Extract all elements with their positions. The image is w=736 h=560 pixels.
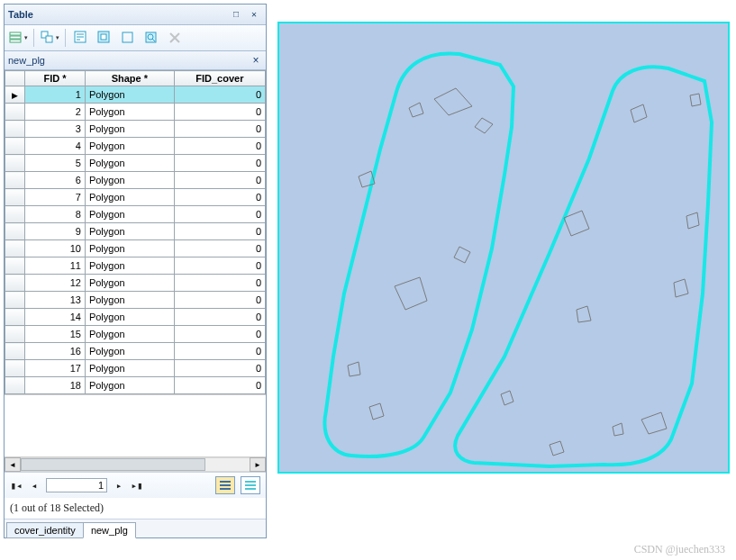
table-row[interactable]: 6Polygon0 <box>5 172 266 189</box>
horizontal-scrollbar[interactable]: ◄ ► <box>5 456 266 472</box>
cell-fid[interactable]: 12 <box>25 275 86 292</box>
cell-fid[interactable]: 3 <box>25 121 86 138</box>
table-row[interactable]: 10Polygon0 <box>5 240 266 257</box>
table-row[interactable]: 11Polygon0 <box>5 257 266 275</box>
table-row[interactable]: 14Polygon0 <box>5 309 266 326</box>
table-row[interactable]: 8Polygon0 <box>5 206 266 223</box>
table-row[interactable]: 12Polygon0 <box>5 275 266 292</box>
tab-cover-identity[interactable]: cover_identity <box>6 522 84 538</box>
table-row[interactable]: 4Polygon0 <box>5 138 266 155</box>
col-header-cover[interactable]: FID_cover <box>174 71 265 86</box>
cell-cover[interactable]: 0 <box>174 275 265 292</box>
cell-shape[interactable]: Polygon <box>85 138 174 155</box>
table-row[interactable]: 17Polygon0 <box>5 360 266 377</box>
cell-shape[interactable]: Polygon <box>85 155 174 172</box>
row-selector[interactable] <box>5 172 25 189</box>
clear-selection-button[interactable] <box>118 28 138 48</box>
cell-shape[interactable]: Polygon <box>85 326 174 343</box>
cell-shape[interactable]: Polygon <box>85 206 174 223</box>
cell-fid[interactable]: 13 <box>25 292 86 309</box>
row-selector[interactable] <box>5 206 25 223</box>
cell-shape[interactable]: Polygon <box>85 275 174 292</box>
cell-cover[interactable]: 0 <box>174 292 265 309</box>
cell-shape[interactable]: Polygon <box>85 309 174 326</box>
row-selector[interactable] <box>5 189 25 206</box>
cell-fid[interactable]: 1 <box>25 86 86 104</box>
attribute-grid[interactable]: FID * Shape * FID_cover ▶1Polygon02Polyg… <box>5 70 266 395</box>
cell-shape[interactable]: Polygon <box>85 343 174 360</box>
row-selector[interactable] <box>5 240 25 257</box>
row-selector[interactable] <box>5 309 25 326</box>
cell-fid[interactable]: 8 <box>25 206 86 223</box>
row-selector[interactable] <box>5 326 25 343</box>
table-row[interactable]: 7Polygon0 <box>5 189 266 206</box>
cell-shape[interactable]: Polygon <box>85 257 174 275</box>
cell-cover[interactable]: 0 <box>174 86 265 104</box>
cell-cover[interactable]: 0 <box>174 121 265 138</box>
tab-close-icon[interactable]: × <box>250 54 262 67</box>
cell-cover[interactable]: 0 <box>174 155 265 172</box>
current-record-input[interactable] <box>46 478 107 492</box>
first-record-button[interactable]: ▮◂ <box>10 479 23 492</box>
prev-record-button[interactable]: ◂ <box>28 479 41 492</box>
next-record-button[interactable]: ▸ <box>113 479 125 492</box>
table-row[interactable]: 2Polygon0 <box>5 104 266 121</box>
row-selector[interactable] <box>5 360 25 377</box>
cell-fid[interactable]: 16 <box>25 343 86 360</box>
cell-cover[interactable]: 0 <box>174 189 265 206</box>
row-selector[interactable] <box>5 223 25 240</box>
cell-cover[interactable]: 0 <box>174 326 265 343</box>
table-row[interactable]: 15Polygon0 <box>5 326 266 343</box>
close-icon[interactable]: ✕ <box>246 7 262 22</box>
row-selector[interactable] <box>5 138 25 155</box>
row-selector[interactable] <box>5 377 25 394</box>
table-row[interactable]: ▶1Polygon0 <box>5 86 266 104</box>
cell-fid[interactable]: 18 <box>25 377 86 394</box>
cell-cover[interactable]: 0 <box>174 309 265 326</box>
row-selector[interactable] <box>5 104 25 121</box>
cell-shape[interactable]: Polygon <box>85 223 174 240</box>
cell-shape[interactable]: Polygon <box>85 121 174 138</box>
row-selector[interactable] <box>5 275 25 292</box>
last-record-button[interactable]: ▸▮ <box>131 479 143 492</box>
cell-cover[interactable]: 0 <box>174 104 265 121</box>
scroll-thumb[interactable] <box>21 458 205 471</box>
cell-shape[interactable]: Polygon <box>85 86 174 104</box>
table-row[interactable]: 3Polygon0 <box>5 121 266 138</box>
scroll-track[interactable] <box>21 457 250 472</box>
cell-cover[interactable]: 0 <box>174 206 265 223</box>
related-tables-button[interactable]: ▾ <box>40 28 59 48</box>
row-selector[interactable] <box>5 121 25 138</box>
cell-shape[interactable]: Polygon <box>85 104 174 121</box>
cell-fid[interactable]: 14 <box>25 309 86 326</box>
cell-shape[interactable]: Polygon <box>85 360 174 377</box>
cell-fid[interactable]: 11 <box>25 257 86 275</box>
tab-new-plg[interactable]: new_plg <box>83 522 136 538</box>
cell-cover[interactable]: 0 <box>174 343 265 360</box>
cell-fid[interactable]: 4 <box>25 138 86 155</box>
select-by-attributes-button[interactable] <box>71 28 91 48</box>
map-view[interactable] <box>277 22 730 474</box>
zoom-selected-button[interactable] <box>141 28 161 48</box>
cell-cover[interactable]: 0 <box>174 360 265 377</box>
cell-fid[interactable]: 2 <box>25 104 86 121</box>
col-header-fid[interactable]: FID * <box>25 71 86 86</box>
show-all-button[interactable] <box>215 476 235 494</box>
cell-fid[interactable]: 7 <box>25 189 86 206</box>
table-options-button[interactable]: ▾ <box>8 28 28 48</box>
cell-shape[interactable]: Polygon <box>85 240 174 257</box>
row-selector[interactable] <box>5 292 25 309</box>
table-row[interactable]: 13Polygon0 <box>5 292 266 309</box>
row-selector[interactable]: ▶ <box>5 86 25 104</box>
table-row[interactable]: 16Polygon0 <box>5 343 266 360</box>
table-row[interactable]: 18Polygon0 <box>5 377 266 394</box>
row-selector[interactable] <box>5 155 25 172</box>
cell-fid[interactable]: 5 <box>25 155 86 172</box>
cell-cover[interactable]: 0 <box>174 377 265 394</box>
cell-fid[interactable]: 15 <box>25 326 86 343</box>
cell-shape[interactable]: Polygon <box>85 172 174 189</box>
cell-shape[interactable]: Polygon <box>85 377 174 394</box>
cell-fid[interactable]: 6 <box>25 172 86 189</box>
cell-cover[interactable]: 0 <box>174 240 265 257</box>
cell-cover[interactable]: 0 <box>174 223 265 240</box>
